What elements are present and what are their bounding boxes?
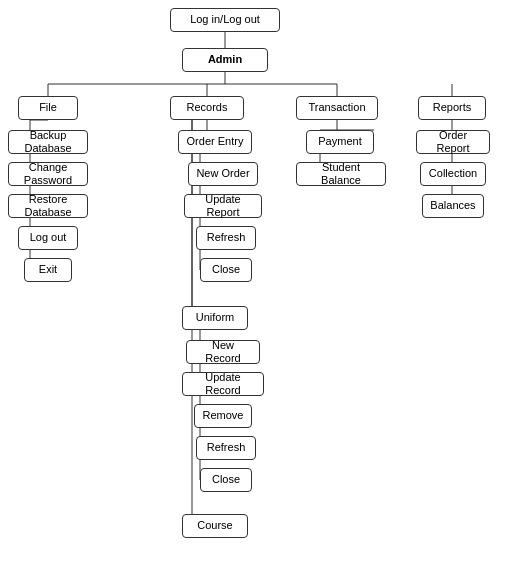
change-password-node: Change Password [8, 162, 88, 186]
reports-node: Reports [418, 96, 486, 120]
balances-node: Balances [422, 194, 484, 218]
order-entry-node: Order Entry [178, 130, 252, 154]
close1-node: Close [200, 258, 252, 282]
collection-node: Collection [420, 162, 486, 186]
diagram: Log in/Log out Admin File Backup Databas… [0, 0, 514, 579]
restore-database-node: Restore Database [8, 194, 88, 218]
order-report-node: Order Report [416, 130, 490, 154]
admin-node: Admin [182, 48, 268, 72]
refresh2-node: Refresh [196, 436, 256, 460]
student-balance-node: Student Balance [296, 162, 386, 186]
update-report-node: Update Report [184, 194, 262, 218]
login-logout-node: Log in/Log out [170, 8, 280, 32]
new-record-node: New Record [186, 340, 260, 364]
records-node: Records [170, 96, 244, 120]
payment-node: Payment [306, 130, 374, 154]
exit-node: Exit [24, 258, 72, 282]
close2-node: Close [200, 468, 252, 492]
course-node: Course [182, 514, 248, 538]
new-order-node: New Order [188, 162, 258, 186]
logout-node: Log out [18, 226, 78, 250]
update-record-node: Update Record [182, 372, 264, 396]
connector-lines [0, 0, 514, 579]
uniform-node: Uniform [182, 306, 248, 330]
remove-node: Remove [194, 404, 252, 428]
refresh1-node: Refresh [196, 226, 256, 250]
transaction-node: Transaction [296, 96, 378, 120]
file-node: File [18, 96, 78, 120]
backup-database-node: Backup Database [8, 130, 88, 154]
